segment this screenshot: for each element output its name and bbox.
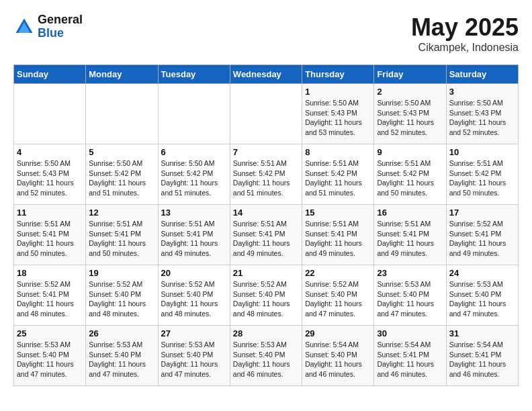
day-number: 12 (89, 208, 154, 218)
col-monday: Monday (86, 65, 158, 84)
calendar-table: Sunday Monday Tuesday Wednesday Thursday… (13, 64, 519, 386)
day-number: 3 (449, 87, 515, 97)
day-info: Sunrise: 5:53 AM Sunset: 5:40 PM Dayligh… (233, 340, 299, 379)
day-cell: 24Sunrise: 5:53 AM Sunset: 5:40 PM Dayli… (446, 265, 518, 326)
day-info: Sunrise: 5:54 AM Sunset: 5:41 PM Dayligh… (377, 340, 443, 379)
day-number: 30 (377, 328, 443, 338)
month-year: May 2025 (411, 13, 519, 42)
day-number: 19 (89, 268, 154, 278)
week-row-3: 11Sunrise: 5:51 AM Sunset: 5:41 PM Dayli… (14, 205, 519, 265)
week-row-1: 1Sunrise: 5:50 AM Sunset: 5:43 PM Daylig… (14, 84, 519, 144)
day-cell: 15Sunrise: 5:51 AM Sunset: 5:41 PM Dayli… (302, 205, 374, 265)
day-info: Sunrise: 5:51 AM Sunset: 5:41 PM Dayligh… (305, 219, 371, 259)
day-info: Sunrise: 5:52 AM Sunset: 5:41 PM Dayligh… (449, 219, 515, 259)
day-number: 2 (377, 87, 443, 97)
day-cell: 3Sunrise: 5:50 AM Sunset: 5:43 PM Daylig… (446, 84, 518, 144)
day-info: Sunrise: 5:52 AM Sunset: 5:40 PM Dayligh… (161, 279, 227, 319)
day-info: Sunrise: 5:51 AM Sunset: 5:41 PM Dayligh… (161, 219, 227, 259)
day-info: Sunrise: 5:50 AM Sunset: 5:43 PM Dayligh… (305, 98, 371, 138)
day-cell: 10Sunrise: 5:51 AM Sunset: 5:42 PM Dayli… (446, 144, 518, 205)
day-info: Sunrise: 5:50 AM Sunset: 5:43 PM Dayligh… (449, 98, 515, 138)
day-cell: 19Sunrise: 5:52 AM Sunset: 5:40 PM Dayli… (86, 265, 158, 326)
day-cell: 16Sunrise: 5:51 AM Sunset: 5:41 PM Dayli… (374, 205, 446, 265)
day-number: 28 (233, 328, 299, 338)
col-friday: Friday (374, 65, 446, 84)
logo-blue: Blue (38, 27, 83, 40)
col-sunday: Sunday (14, 65, 86, 84)
day-number: 22 (305, 268, 371, 278)
logo-text: General Blue (38, 13, 83, 40)
day-info: Sunrise: 5:52 AM Sunset: 5:40 PM Dayligh… (305, 279, 371, 319)
day-cell: 6Sunrise: 5:50 AM Sunset: 5:42 PM Daylig… (158, 144, 230, 205)
day-cell: 7Sunrise: 5:51 AM Sunset: 5:42 PM Daylig… (230, 144, 302, 205)
day-cell: 22Sunrise: 5:52 AM Sunset: 5:40 PM Dayli… (302, 265, 374, 326)
day-number: 5 (89, 147, 154, 157)
day-cell: 1Sunrise: 5:50 AM Sunset: 5:43 PM Daylig… (302, 84, 374, 144)
day-number: 10 (449, 147, 515, 157)
day-number: 27 (161, 328, 227, 338)
col-thursday: Thursday (302, 65, 374, 84)
day-info: Sunrise: 5:51 AM Sunset: 5:42 PM Dayligh… (233, 158, 299, 198)
day-info: Sunrise: 5:54 AM Sunset: 5:40 PM Dayligh… (305, 340, 371, 379)
day-cell (158, 84, 230, 144)
day-info: Sunrise: 5:52 AM Sunset: 5:41 PM Dayligh… (17, 279, 83, 319)
day-cell: 8Sunrise: 5:51 AM Sunset: 5:42 PM Daylig… (302, 144, 374, 205)
day-info: Sunrise: 5:53 AM Sunset: 5:40 PM Dayligh… (449, 279, 515, 319)
day-info: Sunrise: 5:53 AM Sunset: 5:40 PM Dayligh… (89, 340, 154, 379)
day-cell: 9Sunrise: 5:51 AM Sunset: 5:42 PM Daylig… (374, 144, 446, 205)
day-number: 29 (305, 328, 371, 338)
week-row-4: 18Sunrise: 5:52 AM Sunset: 5:41 PM Dayli… (14, 265, 519, 326)
day-info: Sunrise: 5:50 AM Sunset: 5:42 PM Dayligh… (89, 158, 154, 198)
day-cell: 5Sunrise: 5:50 AM Sunset: 5:42 PM Daylig… (86, 144, 158, 205)
day-info: Sunrise: 5:51 AM Sunset: 5:41 PM Dayligh… (377, 219, 443, 259)
day-cell: 14Sunrise: 5:51 AM Sunset: 5:41 PM Dayli… (230, 205, 302, 265)
location: Cikampek, Indonesia (411, 42, 519, 54)
day-number: 8 (305, 147, 371, 157)
day-number: 15 (305, 208, 371, 218)
day-info: Sunrise: 5:51 AM Sunset: 5:42 PM Dayligh… (449, 158, 515, 198)
day-info: Sunrise: 5:51 AM Sunset: 5:41 PM Dayligh… (17, 219, 83, 259)
day-cell: 18Sunrise: 5:52 AM Sunset: 5:41 PM Dayli… (14, 265, 86, 326)
day-cell (230, 84, 302, 144)
logo-icon (13, 16, 35, 38)
day-number: 1 (305, 87, 371, 97)
day-info: Sunrise: 5:51 AM Sunset: 5:42 PM Dayligh… (305, 158, 371, 198)
day-number: 6 (161, 147, 227, 157)
day-cell: 20Sunrise: 5:52 AM Sunset: 5:40 PM Dayli… (158, 265, 230, 326)
col-saturday: Saturday (446, 65, 518, 84)
day-cell (14, 84, 86, 144)
day-number: 31 (449, 328, 515, 338)
day-cell: 26Sunrise: 5:53 AM Sunset: 5:40 PM Dayli… (86, 326, 158, 386)
day-info: Sunrise: 5:53 AM Sunset: 5:40 PM Dayligh… (161, 340, 227, 379)
week-row-5: 25Sunrise: 5:53 AM Sunset: 5:40 PM Dayli… (14, 326, 519, 386)
day-number: 26 (89, 328, 154, 338)
day-info: Sunrise: 5:51 AM Sunset: 5:41 PM Dayligh… (233, 219, 299, 259)
day-number: 9 (377, 147, 443, 157)
day-info: Sunrise: 5:50 AM Sunset: 5:42 PM Dayligh… (161, 158, 227, 198)
week-row-2: 4Sunrise: 5:50 AM Sunset: 5:43 PM Daylig… (14, 144, 519, 205)
day-info: Sunrise: 5:50 AM Sunset: 5:43 PM Dayligh… (377, 98, 443, 138)
day-cell: 27Sunrise: 5:53 AM Sunset: 5:40 PM Dayli… (158, 326, 230, 386)
day-number: 17 (449, 208, 515, 218)
col-tuesday: Tuesday (158, 65, 230, 84)
day-cell: 13Sunrise: 5:51 AM Sunset: 5:41 PM Dayli… (158, 205, 230, 265)
day-number: 14 (233, 208, 299, 218)
day-number: 13 (161, 208, 227, 218)
day-cell: 25Sunrise: 5:53 AM Sunset: 5:40 PM Dayli… (14, 326, 86, 386)
day-cell: 12Sunrise: 5:51 AM Sunset: 5:41 PM Dayli… (86, 205, 158, 265)
day-number: 4 (17, 147, 83, 157)
day-number: 23 (377, 268, 443, 278)
day-number: 16 (377, 208, 443, 218)
day-info: Sunrise: 5:51 AM Sunset: 5:42 PM Dayligh… (377, 158, 443, 198)
col-wednesday: Wednesday (230, 65, 302, 84)
day-number: 18 (17, 268, 83, 278)
day-cell: 31Sunrise: 5:54 AM Sunset: 5:41 PM Dayli… (446, 326, 518, 386)
day-cell: 21Sunrise: 5:52 AM Sunset: 5:40 PM Dayli… (230, 265, 302, 326)
day-info: Sunrise: 5:53 AM Sunset: 5:40 PM Dayligh… (377, 279, 443, 319)
day-cell: 30Sunrise: 5:54 AM Sunset: 5:41 PM Dayli… (374, 326, 446, 386)
day-cell: 23Sunrise: 5:53 AM Sunset: 5:40 PM Dayli… (374, 265, 446, 326)
title-block: May 2025 Cikampek, Indonesia (411, 13, 519, 54)
day-number: 25 (17, 328, 83, 338)
logo: General Blue (13, 13, 83, 40)
day-cell: 11Sunrise: 5:51 AM Sunset: 5:41 PM Dayli… (14, 205, 86, 265)
